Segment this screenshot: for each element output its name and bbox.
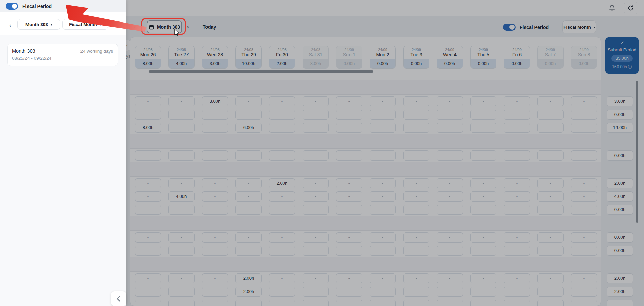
- drawer-month-value: Month 303: [25, 22, 48, 27]
- mouse-cursor: [172, 28, 180, 37]
- period-card-working-days: 24 working days: [80, 49, 113, 54]
- toggle-knob: [12, 4, 17, 9]
- drawer-collapse-button[interactable]: [111, 291, 126, 306]
- chevron-left-icon: [115, 295, 122, 302]
- period-card-title: Month 303: [12, 48, 35, 54]
- fiscal-period-drawer: Fiscal Period ‹ Month 303 ▾ Fiscal Month…: [0, 0, 126, 306]
- drawer-dim-overlay[interactable]: [126, 0, 644, 306]
- drawer-fiscal-period-label: Fiscal Period: [22, 4, 52, 9]
- drawer-prev-chevron[interactable]: ‹: [9, 22, 11, 28]
- annotation-arrow: [60, 0, 221, 44]
- chevron-down-icon: ▾: [51, 23, 52, 26]
- period-card[interactable]: Month 303 24 working days 08/25/24 - 09/…: [7, 44, 118, 66]
- drawer-fiscal-period-toggle[interactable]: [6, 3, 18, 10]
- period-card-range: 08/25/24 - 09/22/24: [12, 56, 113, 61]
- drawer-month-dropdown[interactable]: Month 303 ▾: [17, 19, 60, 30]
